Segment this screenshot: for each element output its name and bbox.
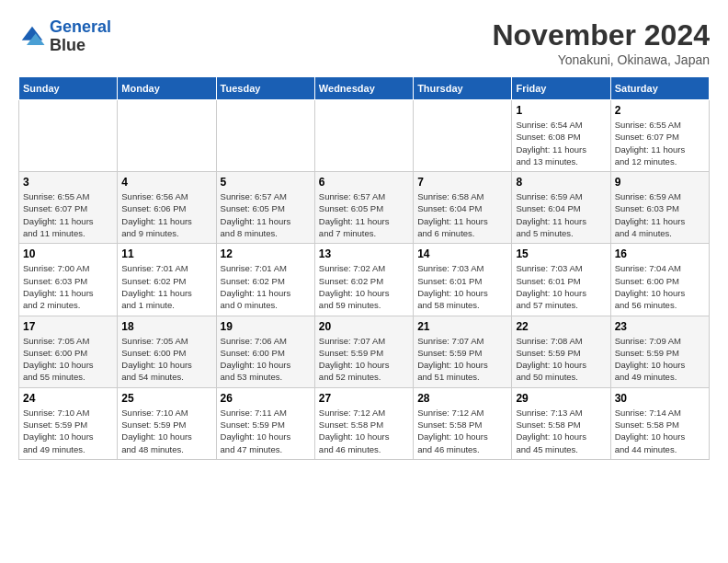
- calendar-cell: [314, 100, 413, 172]
- calendar-cell: [19, 100, 118, 172]
- weekday-header: Sunday: [19, 77, 118, 100]
- weekday-header: Friday: [512, 77, 610, 100]
- day-number: 10: [23, 247, 113, 260]
- day-number: 17: [23, 320, 113, 333]
- day-info: Sunrise: 6:58 AM Sunset: 6:04 PM Dayligh…: [417, 190, 507, 239]
- day-number: 16: [615, 247, 705, 260]
- calendar-cell: 10Sunrise: 7:00 AM Sunset: 6:03 PM Dayli…: [19, 244, 118, 316]
- day-number: 5: [221, 176, 311, 189]
- day-info: Sunrise: 7:12 AM Sunset: 5:58 PM Dayligh…: [417, 407, 507, 455]
- calendar-week-row: 17Sunrise: 7:05 AM Sunset: 6:00 PM Dayli…: [19, 316, 710, 387]
- day-info: Sunrise: 7:07 AM Sunset: 5:59 PM Dayligh…: [417, 335, 507, 384]
- day-info: Sunrise: 6:55 AM Sunset: 6:07 PM Dayligh…: [615, 119, 705, 167]
- day-number: 12: [221, 247, 311, 260]
- day-number: 26: [221, 392, 311, 405]
- day-info: Sunrise: 7:05 AM Sunset: 6:00 PM Dayligh…: [121, 335, 211, 384]
- calendar-week-row: 1Sunrise: 6:54 AM Sunset: 6:08 PM Daylig…: [19, 100, 710, 172]
- day-number: 28: [417, 392, 507, 405]
- day-info: Sunrise: 7:02 AM Sunset: 6:02 PM Dayligh…: [319, 262, 409, 311]
- day-number: 15: [516, 247, 606, 260]
- weekday-header: Thursday: [414, 77, 512, 100]
- day-info: Sunrise: 7:03 AM Sunset: 6:01 PM Dayligh…: [417, 262, 507, 311]
- day-number: 19: [221, 320, 311, 333]
- logo-line2: Blue: [50, 37, 111, 55]
- calendar-cell: [216, 100, 314, 172]
- calendar-cell: 9Sunrise: 6:59 AM Sunset: 6:03 PM Daylig…: [610, 172, 709, 244]
- calendar-cell: 20Sunrise: 7:07 AM Sunset: 5:59 PM Dayli…: [314, 316, 413, 387]
- calendar-cell: 30Sunrise: 7:14 AM Sunset: 5:58 PM Dayli…: [610, 387, 709, 459]
- calendar-cell: 5Sunrise: 6:57 AM Sunset: 6:05 PM Daylig…: [216, 172, 314, 244]
- weekday-header: Saturday: [610, 77, 709, 100]
- calendar-cell: 17Sunrise: 7:05 AM Sunset: 6:00 PM Dayli…: [19, 316, 118, 387]
- day-info: Sunrise: 7:00 AM Sunset: 6:03 PM Dayligh…: [23, 262, 113, 311]
- calendar-cell: 6Sunrise: 6:57 AM Sunset: 6:05 PM Daylig…: [314, 172, 413, 244]
- day-info: Sunrise: 7:11 AM Sunset: 5:59 PM Dayligh…: [221, 407, 311, 455]
- calendar-cell: 13Sunrise: 7:02 AM Sunset: 6:02 PM Dayli…: [314, 244, 413, 316]
- day-info: Sunrise: 7:09 AM Sunset: 5:59 PM Dayligh…: [615, 335, 705, 384]
- day-info: Sunrise: 6:57 AM Sunset: 6:05 PM Dayligh…: [221, 190, 311, 239]
- calendar-cell: 21Sunrise: 7:07 AM Sunset: 5:59 PM Dayli…: [414, 316, 512, 387]
- day-number: 7: [417, 176, 507, 189]
- calendar-cell: 27Sunrise: 7:12 AM Sunset: 5:58 PM Dayli…: [314, 387, 413, 459]
- day-number: 27: [319, 392, 409, 405]
- day-info: Sunrise: 6:55 AM Sunset: 6:07 PM Dayligh…: [23, 190, 113, 239]
- calendar-cell: 1Sunrise: 6:54 AM Sunset: 6:08 PM Daylig…: [512, 100, 610, 172]
- logo: General Blue: [18, 18, 111, 55]
- weekday-header-row: SundayMondayTuesdayWednesdayThursdayFrid…: [19, 77, 710, 100]
- day-number: 4: [121, 176, 211, 189]
- day-number: 8: [516, 176, 606, 189]
- day-info: Sunrise: 7:05 AM Sunset: 6:00 PM Dayligh…: [23, 335, 113, 384]
- day-info: Sunrise: 7:14 AM Sunset: 5:58 PM Dayligh…: [615, 407, 705, 455]
- day-number: 2: [615, 104, 705, 117]
- calendar-cell: 25Sunrise: 7:10 AM Sunset: 5:59 PM Dayli…: [118, 387, 216, 459]
- calendar-cell: 8Sunrise: 6:59 AM Sunset: 6:04 PM Daylig…: [512, 172, 610, 244]
- day-number: 6: [319, 176, 409, 189]
- day-number: 24: [23, 392, 113, 405]
- day-number: 14: [417, 247, 507, 260]
- page-header: General Blue November 2024 Yonakuni, Oki…: [18, 18, 710, 67]
- day-number: 22: [516, 320, 606, 333]
- weekday-header: Monday: [118, 77, 216, 100]
- day-info: Sunrise: 7:06 AM Sunset: 6:00 PM Dayligh…: [221, 335, 311, 384]
- calendar-cell: [414, 100, 512, 172]
- calendar-week-row: 3Sunrise: 6:55 AM Sunset: 6:07 PM Daylig…: [19, 172, 710, 244]
- day-info: Sunrise: 7:10 AM Sunset: 5:59 PM Dayligh…: [23, 407, 113, 455]
- day-info: Sunrise: 7:08 AM Sunset: 5:59 PM Dayligh…: [516, 335, 606, 384]
- day-info: Sunrise: 6:59 AM Sunset: 6:03 PM Dayligh…: [615, 190, 705, 239]
- title-block: November 2024 Yonakuni, Okinawa, Japan: [492, 18, 710, 67]
- calendar-cell: 15Sunrise: 7:03 AM Sunset: 6:01 PM Dayli…: [512, 244, 610, 316]
- day-number: 20: [319, 320, 409, 333]
- calendar-cell: 16Sunrise: 7:04 AM Sunset: 6:00 PM Dayli…: [610, 244, 709, 316]
- calendar-cell: 11Sunrise: 7:01 AM Sunset: 6:02 PM Dayli…: [118, 244, 216, 316]
- day-info: Sunrise: 7:03 AM Sunset: 6:01 PM Dayligh…: [516, 262, 606, 311]
- calendar-cell: 29Sunrise: 7:13 AM Sunset: 5:58 PM Dayli…: [512, 387, 610, 459]
- day-number: 23: [615, 320, 705, 333]
- month-title: November 2024: [492, 18, 710, 52]
- day-info: Sunrise: 7:07 AM Sunset: 5:59 PM Dayligh…: [319, 335, 409, 384]
- day-number: 29: [516, 392, 606, 405]
- calendar-cell: 4Sunrise: 6:56 AM Sunset: 6:06 PM Daylig…: [118, 172, 216, 244]
- day-info: Sunrise: 7:04 AM Sunset: 6:00 PM Dayligh…: [615, 262, 705, 311]
- weekday-header: Tuesday: [216, 77, 314, 100]
- logo-icon: [18, 23, 46, 51]
- day-info: Sunrise: 7:01 AM Sunset: 6:02 PM Dayligh…: [121, 262, 211, 311]
- day-number: 1: [516, 104, 606, 117]
- day-info: Sunrise: 7:13 AM Sunset: 5:58 PM Dayligh…: [516, 407, 606, 455]
- calendar-table: SundayMondayTuesdayWednesdayThursdayFrid…: [18, 76, 710, 460]
- day-number: 13: [319, 247, 409, 260]
- location: Yonakuni, Okinawa, Japan: [492, 52, 710, 67]
- day-number: 11: [121, 247, 211, 260]
- day-number: 18: [121, 320, 211, 333]
- day-info: Sunrise: 7:12 AM Sunset: 5:58 PM Dayligh…: [319, 407, 409, 455]
- day-number: 30: [615, 392, 705, 405]
- day-number: 9: [615, 176, 705, 189]
- day-info: Sunrise: 7:10 AM Sunset: 5:59 PM Dayligh…: [121, 407, 211, 455]
- weekday-header: Wednesday: [314, 77, 413, 100]
- calendar-week-row: 10Sunrise: 7:00 AM Sunset: 6:03 PM Dayli…: [19, 244, 710, 316]
- day-number: 21: [417, 320, 507, 333]
- day-info: Sunrise: 6:56 AM Sunset: 6:06 PM Dayligh…: [121, 190, 211, 239]
- calendar-cell: 2Sunrise: 6:55 AM Sunset: 6:07 PM Daylig…: [610, 100, 709, 172]
- calendar-cell: 3Sunrise: 6:55 AM Sunset: 6:07 PM Daylig…: [19, 172, 118, 244]
- calendar-cell: 23Sunrise: 7:09 AM Sunset: 5:59 PM Dayli…: [610, 316, 709, 387]
- calendar-cell: 22Sunrise: 7:08 AM Sunset: 5:59 PM Dayli…: [512, 316, 610, 387]
